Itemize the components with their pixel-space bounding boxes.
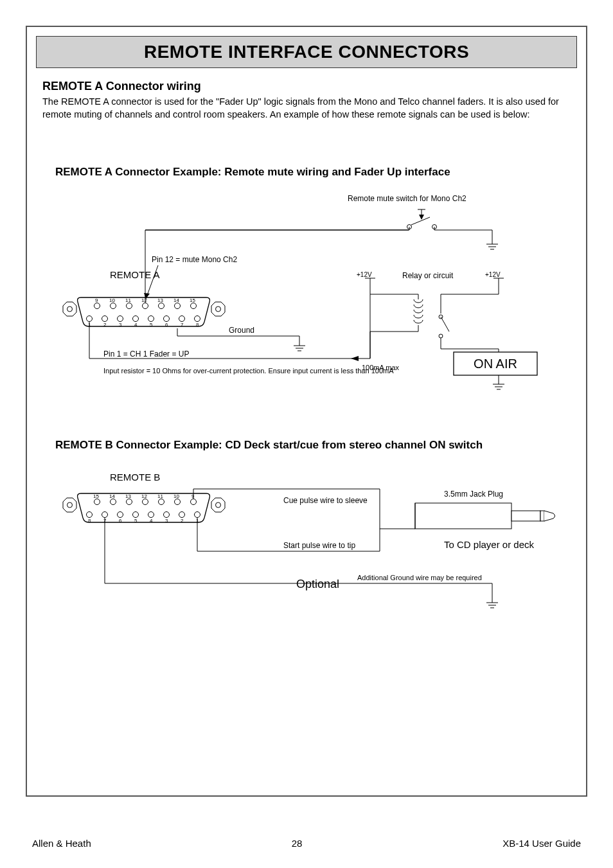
svg-point-106 — [118, 512, 123, 518]
svg-text:10: 10 — [109, 297, 115, 303]
svg-point-20 — [87, 316, 93, 322]
svg-text:15: 15 — [190, 297, 195, 303]
svg-point-26 — [133, 316, 139, 322]
relay-label: Relay or circuit — [402, 271, 454, 280]
svg-point-10 — [127, 303, 132, 309]
footer-center: 28 — [292, 838, 303, 849]
svg-text:8: 8 — [196, 322, 199, 328]
pin1-note: Pin 1 = CH 1 Fader = UP — [103, 350, 189, 359]
switch-label: Remote mute switch for Mono Ch2 — [348, 194, 466, 203]
svg-text:14: 14 — [109, 493, 115, 499]
svg-point-16 — [175, 303, 181, 309]
svg-text:11: 11 — [125, 297, 131, 303]
svg-marker-86 — [211, 498, 225, 512]
svg-point-14 — [159, 303, 164, 309]
remote-b-diagram: REMOTE B 15 14 13 12 11 10 9 — [42, 465, 571, 651]
relay-coil-icon — [414, 294, 423, 332]
footer-right: XB-14 User Guide — [502, 838, 581, 849]
to-player-label: To CD player or deck — [444, 539, 535, 550]
svg-point-22 — [102, 316, 108, 322]
svg-point-98 — [175, 499, 181, 505]
svg-point-88 — [94, 499, 100, 505]
svg-line-44 — [411, 217, 430, 225]
svg-point-28 — [148, 316, 154, 322]
mute-switch-icon — [145, 209, 437, 230]
svg-text:7: 7 — [181, 322, 184, 328]
svg-point-110 — [148, 512, 154, 518]
svg-marker-4 — [211, 302, 225, 316]
svg-point-3 — [67, 306, 73, 312]
svg-point-102 — [87, 512, 93, 518]
svg-text:4: 4 — [150, 518, 153, 524]
ground-icon — [486, 244, 498, 249]
svg-point-24 — [118, 316, 123, 322]
svg-point-94 — [143, 499, 148, 505]
svg-text:5: 5 — [134, 518, 138, 524]
footer-left: Allen & Heath — [32, 838, 91, 849]
svg-marker-61 — [351, 356, 359, 361]
section-a-heading: REMOTE A Connector wiring — [42, 80, 571, 93]
v12-left: +12V — [357, 271, 372, 278]
svg-point-85 — [67, 502, 73, 508]
jack-plug-icon — [380, 503, 555, 529]
svg-marker-2 — [63, 302, 76, 316]
svg-point-90 — [111, 499, 116, 505]
svg-point-6 — [94, 303, 100, 309]
content-area: REMOTE A Connector wiring The REMOTE A c… — [27, 68, 586, 651]
svg-point-100 — [191, 499, 197, 505]
section-a-body: The REMOTE A connector is used for the "… — [42, 96, 571, 121]
bottom-pins: 1 2 3 4 5 6 7 8 — [87, 316, 200, 328]
svg-text:12: 12 — [141, 297, 147, 303]
pin12-note: Pin 12 = mute Mono Ch2 — [152, 255, 237, 264]
svg-point-92 — [127, 499, 132, 505]
resistor-note-1: Input resistor = 10 Ohms for over-curren… — [103, 367, 394, 375]
svg-point-70 — [439, 334, 443, 338]
page-footer: Allen & Heath 28 XB-14 User Guide — [0, 838, 613, 849]
remote-a-label: REMOTE A — [110, 269, 160, 280]
svg-rect-124 — [415, 503, 511, 529]
svg-point-104 — [102, 512, 108, 518]
svg-point-18 — [191, 303, 197, 309]
svg-point-114 — [179, 512, 185, 518]
extra-ground-label: Additional Ground wire may be required — [357, 574, 482, 581]
ground-label: Ground — [229, 326, 254, 335]
svg-text:14: 14 — [173, 297, 179, 303]
svg-text:2: 2 — [103, 322, 107, 328]
svg-text:3: 3 — [165, 518, 168, 524]
svg-rect-126 — [540, 511, 544, 521]
svg-point-108 — [133, 512, 139, 518]
svg-text:10: 10 — [173, 493, 179, 499]
svg-line-71 — [441, 317, 449, 332]
svg-text:11: 11 — [157, 493, 163, 499]
example-b-heading: REMOTE B Connector Example: CD Deck star… — [55, 439, 571, 452]
svg-text:15: 15 — [93, 493, 99, 499]
v12-right: +12V — [485, 271, 501, 278]
svg-point-32 — [179, 316, 185, 322]
svg-point-112 — [164, 512, 170, 518]
svg-rect-125 — [511, 511, 540, 521]
on-air-box: ON AIR — [474, 357, 517, 371]
svg-marker-46 — [419, 215, 424, 220]
svg-point-96 — [159, 499, 164, 505]
svg-text:8: 8 — [88, 518, 91, 524]
svg-point-34 — [195, 316, 200, 322]
svg-point-30 — [164, 316, 170, 322]
svg-text:12: 12 — [141, 493, 147, 499]
svg-text:2: 2 — [181, 518, 184, 524]
svg-point-87 — [216, 502, 221, 508]
cue-label: Cue pulse wire to sleeve — [283, 496, 368, 505]
svg-point-5 — [216, 306, 221, 312]
svg-text:13: 13 — [125, 493, 131, 499]
svg-point-12 — [143, 303, 148, 309]
svg-text:3: 3 — [119, 322, 122, 328]
start-label: Start pulse wire to tip — [283, 541, 355, 550]
example-a-heading: REMOTE A Connector Example: Remote mute … — [55, 166, 571, 179]
remote-a-diagram: REMOTE A Pin 12 = mute Mono Ch2 9 — [42, 191, 571, 403]
svg-text:6: 6 — [165, 322, 168, 328]
svg-marker-84 — [63, 498, 76, 512]
jack-label: 3.5mm Jack Plug — [444, 490, 503, 499]
svg-text:9: 9 — [95, 297, 98, 303]
relay-contact-icon — [439, 315, 449, 338]
remote-b-label: REMOTE B — [110, 472, 160, 483]
optional-label: Optional — [296, 578, 339, 590]
